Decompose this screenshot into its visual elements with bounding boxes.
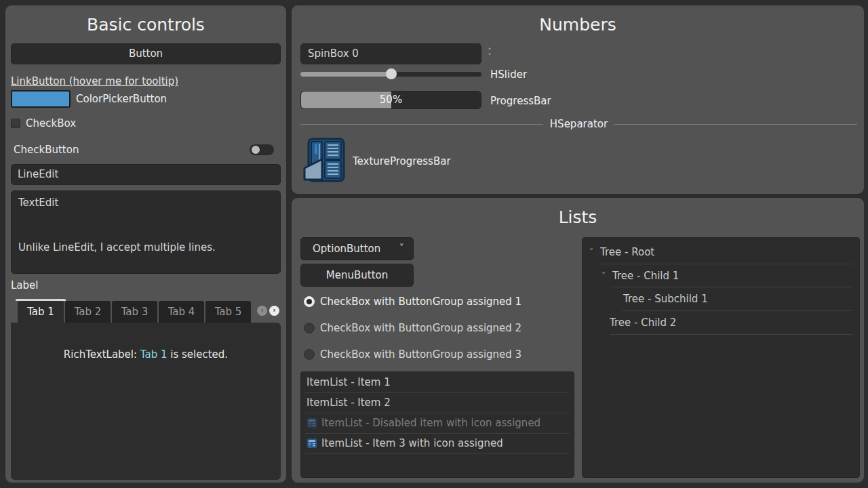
progressbar-value: 50% — [301, 92, 481, 108]
tab-5[interactable]: Tab 5 — [205, 301, 251, 323]
tree-item-label: Tree - Child 2 — [610, 311, 676, 334]
textedit-line1: TextEdit — [18, 197, 58, 209]
list-item-label: ItemList - Disabled item with icon assig… — [321, 417, 540, 429]
panel-title-numbers: Numbers — [292, 15, 864, 35]
panel-title-basic: Basic controls — [5, 15, 286, 35]
panel-title-lists: Lists — [292, 207, 864, 227]
progressbar-label: ProgressBar — [490, 95, 551, 107]
toggle-knob-icon — [252, 146, 260, 154]
spinbox-input[interactable]: SpinBox 0 — [300, 43, 481, 64]
tree-item-label: Tree - Subchild 1 — [623, 287, 708, 310]
radio-icon[interactable] — [304, 296, 315, 307]
menu-button[interactable]: MenuButton — [300, 264, 414, 287]
checkbutton-toggle[interactable] — [250, 144, 274, 155]
richtext-prefix: RichTextLabel: — [64, 348, 140, 361]
hseparator-line-right — [614, 124, 857, 125]
tree-item-subchild1[interactable]: Tree - Subchild 1 — [583, 287, 859, 310]
texture-progressbar-icon — [300, 136, 349, 184]
hseparator: HSeparator — [300, 118, 857, 130]
tab-content-panel: RichTextLabel: Tab 1 is selected. — [11, 323, 281, 480]
list-item-icon — [307, 418, 317, 428]
list-item[interactable]: ItemList - Item 3 with icon assigned — [301, 433, 574, 453]
panel-basic-controls: Basic controls Button LinkButton (hover … — [5, 5, 286, 483]
option-button[interactable]: OptionButton ˅ — [300, 237, 414, 260]
list-item-icon — [307, 438, 317, 449]
tab-2[interactable]: Tab 2 — [65, 301, 111, 323]
tab-3[interactable]: Tab 3 — [112, 301, 157, 323]
spinbox-updown-icon[interactable]: ˄ ˅ — [484, 43, 495, 64]
radio-icon[interactable] — [304, 349, 315, 360]
tab-4[interactable]: Tab 4 — [159, 301, 204, 323]
texture-progressbar-label: TextureProgressBar — [353, 155, 451, 167]
richtext-highlight: Tab 1 — [140, 348, 167, 361]
radio-label: CheckBox with ButtonGroup assigned 3 — [320, 348, 521, 361]
textedit-input[interactable]: TextEdit Unlike LineEdit, I accept multi… — [11, 190, 281, 274]
checkbox[interactable] — [11, 119, 20, 128]
hseparator-label: HSeparator — [550, 118, 608, 130]
checkbox-label[interactable]: CheckBox — [26, 117, 76, 129]
radio-label: CheckBox with ButtonGroup assigned 2 — [320, 322, 521, 334]
link-button[interactable]: LinkButton (hover me for tooltip) — [11, 75, 178, 87]
tree: ˅ Tree - Root ˅ Tree - Child 1 Tree - Su… — [582, 237, 860, 478]
textedit-line2: Unlike LineEdit, I accept multiple lines… — [18, 241, 216, 253]
tab-1[interactable]: Tab 1 — [18, 301, 64, 323]
color-picker-label: ColorPickerButton — [76, 93, 167, 105]
item-list: ItemList - Item 1 ItemList - Item 2 Item… — [300, 371, 574, 478]
tree-item-label: Tree - Root — [600, 241, 654, 264]
list-item-label: ItemList - Item 3 with icon assigned — [321, 437, 503, 449]
tree-separator — [610, 334, 853, 335]
list-separator — [305, 453, 570, 454]
checkbutton-label: CheckButton — [14, 144, 79, 156]
lineedit-input[interactable]: LineEdit — [11, 164, 281, 185]
tree-item-child1[interactable]: ˅ Tree - Child 1 — [583, 264, 859, 287]
tree-collapse-icon[interactable]: ˅ — [589, 241, 593, 264]
list-item[interactable]: ItemList - Item 1 — [301, 372, 574, 392]
radio-icon[interactable] — [304, 323, 315, 333]
tree-item-root[interactable]: ˅ Tree - Root — [583, 241, 859, 264]
tree-collapse-icon[interactable]: ˅ — [601, 264, 606, 287]
panel-numbers: Numbers SpinBox 0 ˄ ˅ HSlider 50% Progre… — [292, 5, 864, 194]
hslider-fill — [300, 72, 391, 77]
tree-item-child2[interactable]: Tree - Child 2 — [583, 311, 859, 334]
spinbox-down-icon[interactable]: ˅ — [488, 54, 492, 60]
tab-scroll-left-icon[interactable]: ‹ — [257, 306, 267, 316]
progressbar: 50% — [300, 91, 481, 109]
richtextlabel: RichTextLabel: Tab 1 is selected. — [11, 348, 281, 361]
button[interactable]: Button — [11, 43, 281, 64]
option-button-label: OptionButton — [313, 243, 380, 255]
color-picker-button[interactable] — [11, 90, 71, 108]
tab-scroll-right-icon[interactable]: › — [269, 306, 279, 316]
radio-label: CheckBox with ButtonGroup assigned 1 — [320, 296, 521, 308]
panel-lists: Lists OptionButton ˅ MenuButton CheckBox… — [292, 198, 864, 483]
tree-item-label: Tree - Child 1 — [612, 264, 679, 287]
label: Label — [11, 279, 38, 291]
hslider-grabber[interactable] — [386, 68, 397, 79]
chevron-down-icon: ˅ — [399, 238, 405, 260]
hslider-label: HSlider — [490, 68, 527, 81]
hseparator-line-left — [300, 124, 543, 125]
richtext-suffix: is selected. — [167, 348, 229, 361]
list-item[interactable]: ItemList - Item 2 — [301, 392, 574, 413]
list-item-disabled: ItemList - Disabled item with icon assig… — [301, 413, 574, 433]
